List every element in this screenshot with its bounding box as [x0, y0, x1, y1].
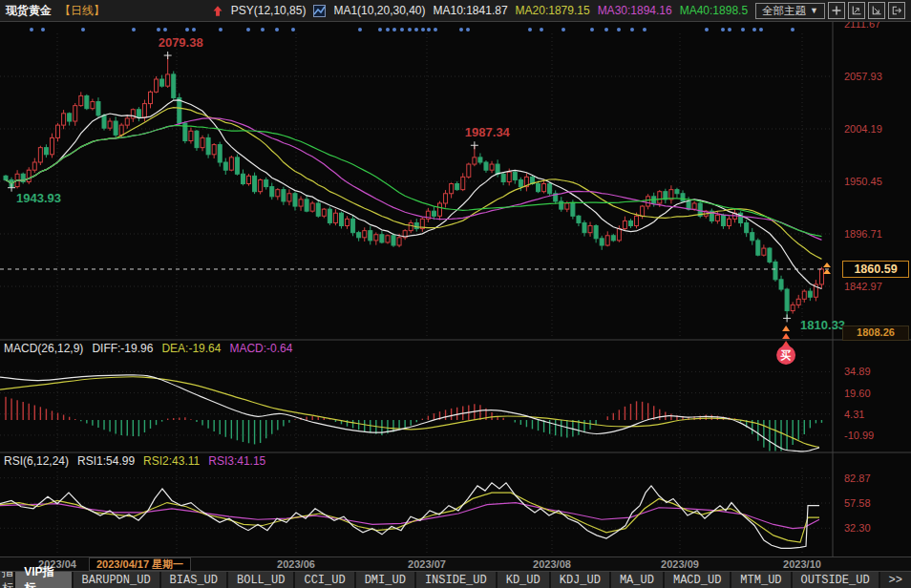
- macd-dea-line: [0, 377, 819, 448]
- tab-kd_ud[interactable]: KD_UD: [498, 572, 551, 588]
- price-mark: 1987.34: [465, 125, 511, 149]
- price-axis-tick: 2004.19: [844, 123, 907, 135]
- price-mark: 1810.33: [783, 314, 845, 332]
- macd-histogram: [6, 397, 821, 452]
- gridlines: [0, 33, 833, 555]
- rsi-indicator-label: RSI(6,12,24) RSI1:54.99 RSI2:43.11 RSI3:…: [4, 454, 265, 468]
- macd-axis-tick: 34.89: [844, 366, 907, 377]
- buy-signal-badge: 买: [776, 326, 795, 365]
- macd-indicator-label: MACD(26,12,9) DIFF:-19.96 DEA:-19.64 MAC…: [4, 342, 292, 355]
- price-arrow-icon: [823, 269, 831, 274]
- ma20-value: MA20:1879.15: [516, 4, 590, 17]
- tab-指标[interactable]: 指标: [0, 572, 15, 588]
- x-axis-label: 2023/09: [661, 558, 699, 570]
- macd-axis-tick: 19.60: [844, 388, 907, 399]
- rsi3-value: RSI3:41.15: [208, 454, 265, 468]
- ma-group-label: MA1(10,20,30,40): [333, 4, 425, 17]
- x-axis-label: 2023/08: [533, 558, 571, 570]
- chart-canvas[interactable]: 1943.932079.381987.341810.33买: [0, 0, 911, 588]
- tab-macd_ud[interactable]: MACD_UD: [665, 572, 731, 588]
- x-axis-label: 2023/10: [783, 558, 821, 570]
- price-mark: 2079.38: [159, 35, 203, 59]
- scale-left-icon[interactable]: [848, 2, 865, 19]
- ma40-value: MA40:1898.5: [680, 4, 748, 17]
- chart-header: 现货黄金 【日线】 PSY(12,10,85) MA1(10,20,30,40)…: [0, 0, 911, 22]
- trading-chart-window: 现货黄金 【日线】 PSY(12,10,85) MA1(10,20,30,40)…: [0, 0, 911, 588]
- rsi-name: RSI(6,12,24): [4, 454, 69, 468]
- rsi2-value: RSI2:43.11: [143, 454, 200, 468]
- price-axis-tick: 2057.93: [844, 71, 907, 82]
- pop-out-icon[interactable]: [888, 2, 905, 19]
- x-axis-band: 2023/042023/062023/072023/082023/092023/…: [0, 556, 911, 572]
- rsi-axis-tick: 57.58: [844, 497, 907, 509]
- price-arrow-icon: [823, 262, 831, 267]
- tabs-more-button[interactable]: >>: [880, 572, 911, 588]
- indicator-chart-icon: [313, 5, 326, 17]
- current-price-box: 1860.59: [842, 261, 909, 278]
- macd-axis-tick: -10.99: [844, 430, 907, 441]
- macd-diff-line: [0, 375, 819, 452]
- x-axis-label: 2023/06: [277, 558, 315, 570]
- ma30-value: MA30:1894.16: [598, 4, 672, 17]
- symbol-name: 现货黄金: [6, 3, 52, 19]
- tab-outside_ud[interactable]: OUTSIDE_UD: [793, 572, 880, 588]
- macd-dea-value: DEA:-19.64: [161, 342, 221, 355]
- macd-diff-value: DIFF:-19.96: [92, 342, 153, 355]
- svg-text:1810.33: 1810.33: [800, 318, 845, 332]
- macd-bar-value: MACD:-0.64: [229, 342, 292, 355]
- chevron-down-icon: ▼: [810, 6, 818, 15]
- theme-dropdown[interactable]: 全部主题 ▼: [755, 3, 825, 19]
- candlesticks: [4, 55, 823, 318]
- tab-bias_ud[interactable]: BIAS_UD: [161, 572, 228, 588]
- price-axis-tick: 1842.97: [844, 281, 907, 292]
- tab-inside_ud[interactable]: INSIDE_UD: [416, 572, 498, 588]
- ma20-line: [6, 108, 821, 260]
- svg-text:买: 买: [780, 349, 792, 361]
- timeframe-label: 【日线】: [59, 3, 105, 19]
- rsi1-value: RSI1:54.99: [77, 454, 135, 468]
- theme-dropdown-label: 全部主题: [762, 4, 806, 18]
- axis-bottom-price-label: 1808.26: [842, 326, 909, 341]
- up-arrow-icon: [212, 5, 223, 17]
- tab-cci_ud[interactable]: CCI_UD: [295, 572, 355, 588]
- pan-icon[interactable]: [828, 2, 845, 19]
- tab-dmi_ud[interactable]: DMI_UD: [356, 572, 416, 588]
- rsi-axis-tick: 82.87: [844, 472, 907, 484]
- price-axis-tick: 1896.71: [844, 228, 907, 240]
- ma10-value: MA10:1841.87: [434, 4, 508, 17]
- price-axis-tick: 1950.45: [844, 176, 907, 187]
- tab-ma_ud[interactable]: MA_UD: [611, 572, 665, 588]
- tab-vip指标[interactable]: VIP指标: [15, 572, 73, 588]
- event-dots: [30, 28, 794, 32]
- macd-axis-tick: 4.31: [844, 409, 907, 420]
- tab-mtm_ud[interactable]: MTM_UD: [731, 572, 792, 588]
- tab-barupdn_ud[interactable]: BARUPDN_UD: [74, 572, 161, 588]
- psy-indicator-label: PSY(12,10,85): [231, 4, 307, 17]
- tab-kdj_ud[interactable]: KDJ_UD: [551, 572, 611, 588]
- tab-boll_ud[interactable]: BOLL_UD: [228, 572, 295, 588]
- rsi-axis-tick: 32.30: [844, 522, 907, 534]
- svg-text:1987.34: 1987.34: [465, 125, 511, 139]
- x-axis-label: 2023/07: [408, 558, 446, 570]
- svg-text:1943.93: 1943.93: [16, 191, 61, 205]
- header-toolbar: 全部主题 ▼: [755, 2, 905, 19]
- svg-text:2079.38: 2079.38: [159, 35, 203, 50]
- indicator-tab-bar: 指标VIP指标BARUPDN_UDBIAS_UDBOLL_UDCCI_UDDMI…: [0, 571, 911, 588]
- scale-right-icon[interactable]: [868, 2, 885, 19]
- macd-name: MACD(26,12,9): [4, 342, 83, 355]
- selected-date-box: 2023/04/17 星期一: [89, 557, 191, 571]
